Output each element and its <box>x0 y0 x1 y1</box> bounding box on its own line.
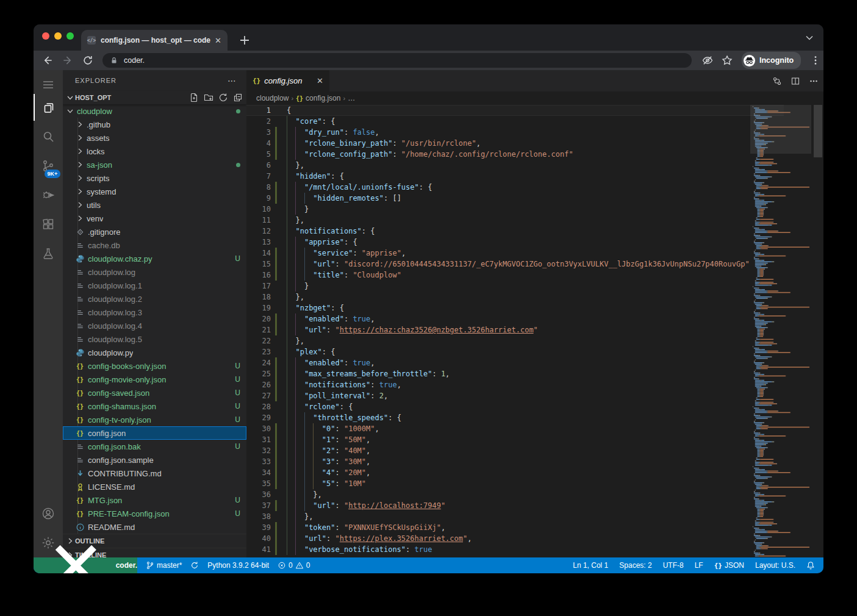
code-line[interactable]: 19 "nzbget": { <box>246 303 784 313</box>
code-line[interactable]: 16 "title": "Cloudplow" <box>246 270 784 281</box>
eol-item[interactable]: LF <box>695 561 703 570</box>
code-line[interactable]: 14 "service": "apprise", <box>246 248 784 259</box>
activity-search-icon[interactable] <box>34 123 63 150</box>
tree-item-pre-team-config-json[interactable]: {}PRE-TEAM-config.jsonU <box>63 507 246 520</box>
minimap[interactable] <box>750 105 811 557</box>
code-line[interactable]: 5 "rclone_config_path": "/home/chaz/.con… <box>246 149 784 160</box>
editor-tab-config-json[interactable]: {} config.json ✕ <box>246 70 329 91</box>
activity-extensions-icon[interactable] <box>34 211 63 238</box>
code-line[interactable]: 25 "max_streams_before_throttle": 1, <box>246 368 784 379</box>
tree-item-cloudplow-log-1[interactable]: cloudplow.log.1 <box>63 279 246 292</box>
eye-off-icon[interactable] <box>701 54 714 66</box>
tree-item-scripts[interactable]: scripts <box>63 171 246 185</box>
code-line[interactable]: 11 }, <box>246 215 784 226</box>
back-button[interactable] <box>41 54 54 66</box>
browser-menu-icon[interactable] <box>809 54 822 66</box>
notifications-bell-item[interactable] <box>806 561 815 570</box>
tree-item-config-saved-json[interactable]: {}config-saved.jsonU <box>63 386 246 399</box>
code-line[interactable]: 36 }, <box>246 489 784 500</box>
tree-item-cloudplow-log[interactable]: cloudplow.log <box>63 265 246 279</box>
keyboard-layout-item[interactable]: Layout: U.S. <box>755 561 795 570</box>
tree-item-utils[interactable]: utils <box>63 198 246 212</box>
code-line[interactable]: 1{ <box>246 105 784 116</box>
new-file-icon[interactable] <box>188 91 200 104</box>
indentation-item[interactable]: Spaces: 2 <box>619 561 651 570</box>
code-line[interactable]: 24 "enabled": true, <box>246 357 784 368</box>
tab-search-chevron-icon[interactable] <box>803 32 816 44</box>
minimap-slider[interactable] <box>750 105 811 154</box>
tree-item-sa-json[interactable]: sa-json <box>63 158 246 171</box>
new-tab-button[interactable] <box>237 33 252 48</box>
code-line[interactable]: 20 "enabled": true, <box>246 313 784 324</box>
code-line[interactable]: 6 }, <box>246 160 784 171</box>
code-line[interactable]: 23 "plex": { <box>246 346 784 357</box>
window-zoom-button[interactable] <box>66 32 74 40</box>
code-line[interactable]: 39 "token": "PXNNXUEfYSCkUspGiiXj", <box>246 522 784 533</box>
code-line[interactable]: 18 }, <box>246 292 784 303</box>
new-folder-icon[interactable] <box>203 91 215 104</box>
activity-source-control-icon[interactable]: 9K+ <box>34 152 63 179</box>
tree-item-config-shamus-json[interactable]: {}config-shamus.jsonU <box>63 399 246 413</box>
tree-item-cloudplow[interactable]: cloudplow <box>63 104 246 118</box>
code-line[interactable]: 38 }, <box>246 511 784 522</box>
tree-item-config-json-bak[interactable]: config.json.bakU <box>63 440 246 453</box>
code-line[interactable]: 33 "3": "30M", <box>246 456 784 467</box>
code-line[interactable]: 21 "url": "https://chaz:chaz3526@nzbget.… <box>246 324 784 335</box>
collapse-all-icon[interactable] <box>232 91 244 104</box>
code-line[interactable]: 15 "url": "discord://650104445434331137/… <box>246 259 784 270</box>
git-branch-item[interactable]: master* <box>146 561 182 570</box>
split-editor-icon[interactable] <box>791 76 800 86</box>
code-line[interactable]: 34 "4": "20M", <box>246 467 784 478</box>
address-bar[interactable]: coder. <box>102 53 692 68</box>
tree-item--gitignore[interactable]: .gitignore <box>63 225 246 238</box>
editor-more-actions-icon[interactable] <box>809 76 819 86</box>
code-line[interactable]: 40 "url": "https://plex.3526harriet.com"… <box>246 533 784 544</box>
browser-tab[interactable]: </> config.json — host_opt — code ✕ <box>81 30 228 51</box>
tree-item-systemd[interactable]: systemd <box>63 185 246 198</box>
language-mode-item[interactable]: {} JSON <box>714 561 744 570</box>
activity-testing-icon[interactable] <box>34 240 63 267</box>
tree-item-cloudplow-log-5[interactable]: cloudplow.log.5 <box>63 332 246 346</box>
code-line[interactable]: 2 "core": { <box>246 116 784 127</box>
window-close-button[interactable] <box>42 32 49 40</box>
code-line[interactable]: 26 "notifications": true, <box>246 379 784 390</box>
code-line[interactable]: 8 "/mnt/local/.unionfs-fuse": { <box>246 182 784 193</box>
code-line[interactable]: 12 "notifications": { <box>246 226 784 237</box>
tree-item-cloudplow-log-3[interactable]: cloudplow.log.3 <box>63 306 246 319</box>
window-minimize-button[interactable] <box>54 32 62 40</box>
breadcrumb-file[interactable]: config.json <box>306 94 340 102</box>
tree-item--github[interactable]: .github <box>63 118 246 131</box>
tree-item-cloudplow-log-2[interactable]: cloudplow.log.2 <box>63 292 246 306</box>
breadcrumb-symbol[interactable]: … <box>348 94 355 102</box>
explorer-section-header[interactable]: HOST_OPT <box>63 91 246 104</box>
code-line[interactable]: 22 }, <box>246 335 784 346</box>
tree-item-assets[interactable]: assets <box>63 131 246 145</box>
tree-item-config-json-sample[interactable]: config.json.sample <box>63 453 246 467</box>
editor-scrollbar[interactable] <box>814 105 822 157</box>
tree-item-license-md[interactable]: LICENSE.md <box>63 480 246 493</box>
code-line[interactable]: 29 "throttle_speeds": { <box>246 412 784 423</box>
code-lines[interactable]: 1{2 "core": {3 "dry_run": false,4 "rclon… <box>246 105 784 557</box>
breadcrumb-folder[interactable]: cloudplow <box>256 94 289 102</box>
tree-item-cache-db[interactable]: cache.db <box>63 238 246 252</box>
forward-button[interactable] <box>62 54 74 66</box>
activity-run-debug-icon[interactable] <box>34 182 63 209</box>
bookmark-star-icon[interactable] <box>721 54 733 66</box>
encoding-item[interactable]: UTF-8 <box>663 561 684 570</box>
tree-item-cloudplow-log-4[interactable]: cloudplow.log.4 <box>63 319 246 332</box>
tree-item-config-json[interactable]: {}config.json <box>63 426 246 440</box>
python-interpreter-item[interactable]: Python 3.9.2 64-bit <box>207 561 269 570</box>
code-line[interactable]: 17 } <box>246 281 784 292</box>
code-line[interactable]: 28 "rclone": { <box>246 401 784 412</box>
code-line[interactable]: 35 "5": "10M" <box>246 478 784 489</box>
tree-item-config-movie-only-json[interactable]: {}config-movie-only.jsonU <box>63 373 246 386</box>
tree-item-venv[interactable]: venv <box>63 212 246 225</box>
code-line[interactable]: 27 "poll_interval": 2, <box>246 390 784 401</box>
editor-tab-close-icon[interactable]: ✕ <box>317 76 323 85</box>
code-line[interactable]: 9 "hidden_remotes": [] <box>246 193 784 204</box>
code-line[interactable]: 37 "url": "http://localhost:7949" <box>246 500 784 511</box>
tree-item-locks[interactable]: locks <box>63 145 246 158</box>
cursor-position-item[interactable]: Ln 1, Col 1 <box>573 561 608 570</box>
code-line[interactable]: 41 "verbose_notifications": true <box>246 544 784 555</box>
tree-item-cloudplow-chaz-py[interactable]: cloudplow.chaz.pyU <box>63 252 246 265</box>
